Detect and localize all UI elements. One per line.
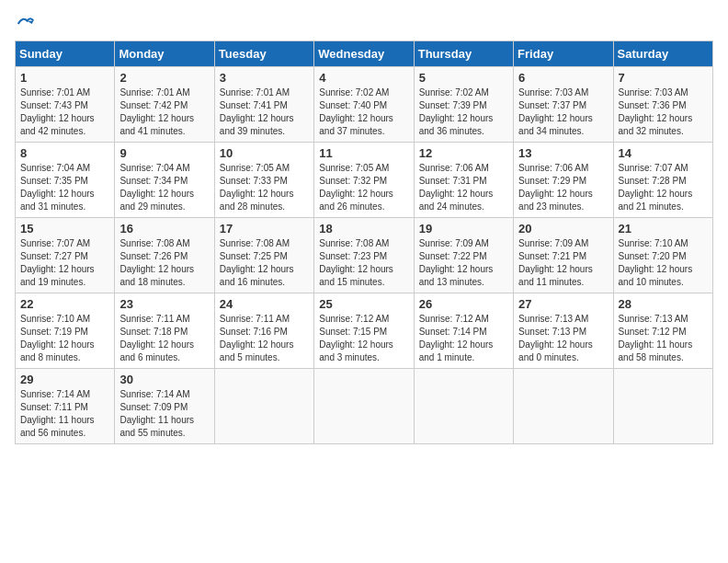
calendar-week-row: 29 Sunrise: 7:14 AM Sunset: 7:11 PM Dayl… <box>16 369 713 444</box>
sunrise-text: Sunrise: 7:02 AM <box>319 87 389 98</box>
day-info: Sunrise: 7:07 AM Sunset: 7:27 PM Dayligh… <box>20 237 109 289</box>
day-number: 2 <box>119 71 209 85</box>
day-info: Sunrise: 7:13 AM Sunset: 7:13 PM Dayligh… <box>518 313 608 364</box>
daylight-text: Daylight: 12 hours and 0 minutes. <box>518 339 593 362</box>
calendar-day-cell: 8 Sunrise: 7:04 AM Sunset: 7:35 PM Dayli… <box>16 143 115 218</box>
day-info: Sunrise: 7:12 AM Sunset: 7:15 PM Dayligh… <box>319 313 408 364</box>
day-number: 6 <box>518 71 608 85</box>
sunrise-text: Sunrise: 7:08 AM <box>119 238 189 248</box>
calendar-day-cell: 26 Sunrise: 7:12 AM Sunset: 7:14 PM Dayl… <box>414 293 513 369</box>
sunset-text: Sunset: 7:34 PM <box>119 176 188 186</box>
day-number: 16 <box>119 222 209 236</box>
calendar-week-row: 15 Sunrise: 7:07 AM Sunset: 7:27 PM Dayl… <box>16 218 713 293</box>
day-info: Sunrise: 7:06 AM Sunset: 7:29 PM Dayligh… <box>518 162 608 213</box>
day-of-week-header: Thursday <box>414 41 513 67</box>
day-number: 13 <box>518 146 608 160</box>
daylight-text: Daylight: 11 hours and 55 minutes. <box>119 415 194 438</box>
calendar-day-cell: 21 Sunrise: 7:10 AM Sunset: 7:20 PM Dayl… <box>613 218 712 293</box>
sunset-text: Sunset: 7:43 PM <box>20 100 88 110</box>
day-number: 1 <box>20 71 109 85</box>
day-info: Sunrise: 7:02 AM Sunset: 7:40 PM Dayligh… <box>319 86 408 138</box>
day-info: Sunrise: 7:14 AM Sunset: 7:11 PM Dayligh… <box>20 388 109 440</box>
sunrise-text: Sunrise: 7:13 AM <box>518 314 588 324</box>
day-info: Sunrise: 7:05 AM Sunset: 7:33 PM Dayligh… <box>220 162 309 213</box>
calendar-day-cell: 7 Sunrise: 7:03 AM Sunset: 7:36 PM Dayli… <box>613 67 712 143</box>
sunrise-text: Sunrise: 7:01 AM <box>20 87 90 98</box>
sunset-text: Sunset: 7:42 PM <box>119 100 188 110</box>
day-number: 27 <box>518 297 608 311</box>
day-info: Sunrise: 7:09 AM Sunset: 7:21 PM Dayligh… <box>518 237 608 289</box>
day-info: Sunrise: 7:03 AM Sunset: 7:37 PM Dayligh… <box>518 86 608 138</box>
sunrise-text: Sunrise: 7:01 AM <box>220 87 290 98</box>
sunset-text: Sunset: 7:22 PM <box>419 251 487 261</box>
day-number: 9 <box>119 146 209 160</box>
sunset-text: Sunset: 7:15 PM <box>319 327 387 337</box>
daylight-text: Daylight: 12 hours and 34 minutes. <box>518 113 593 136</box>
sunset-text: Sunset: 7:40 PM <box>319 100 387 110</box>
sunrise-text: Sunrise: 7:12 AM <box>419 314 489 324</box>
sunrise-text: Sunrise: 7:05 AM <box>220 163 290 173</box>
sunset-text: Sunset: 7:36 PM <box>619 100 687 110</box>
day-info: Sunrise: 7:13 AM Sunset: 7:12 PM Dayligh… <box>619 313 708 364</box>
sunrise-text: Sunrise: 7:08 AM <box>319 238 389 248</box>
day-number: 22 <box>20 297 109 311</box>
day-info: Sunrise: 7:04 AM Sunset: 7:34 PM Dayligh… <box>119 162 209 213</box>
day-number: 24 <box>220 297 309 311</box>
daylight-text: Daylight: 12 hours and 28 minutes. <box>220 189 294 212</box>
sunset-text: Sunset: 7:35 PM <box>20 176 88 186</box>
calendar-day-cell: 18 Sunrise: 7:08 AM Sunset: 7:23 PM Dayl… <box>314 218 414 293</box>
calendar-day-cell: 13 Sunrise: 7:06 AM Sunset: 7:29 PM Dayl… <box>514 143 613 218</box>
sunset-text: Sunset: 7:26 PM <box>119 251 188 261</box>
calendar-day-cell: 17 Sunrise: 7:08 AM Sunset: 7:25 PM Dayl… <box>214 218 313 293</box>
day-number: 19 <box>419 222 508 236</box>
calendar-day-cell <box>214 369 313 444</box>
daylight-text: Daylight: 12 hours and 21 minutes. <box>619 189 693 212</box>
day-of-week-header: Wednesday <box>314 41 414 67</box>
calendar-day-cell: 27 Sunrise: 7:13 AM Sunset: 7:13 PM Dayl… <box>514 293 613 369</box>
calendar-header-row: SundayMondayTuesdayWednesdayThursdayFrid… <box>16 41 713 67</box>
sunset-text: Sunset: 7:25 PM <box>220 251 288 261</box>
day-info: Sunrise: 7:08 AM Sunset: 7:23 PM Dayligh… <box>319 237 408 289</box>
day-info: Sunrise: 7:11 AM Sunset: 7:18 PM Dayligh… <box>119 313 209 364</box>
calendar-day-cell: 25 Sunrise: 7:12 AM Sunset: 7:15 PM Dayl… <box>314 293 414 369</box>
sunrise-text: Sunrise: 7:13 AM <box>619 314 688 324</box>
daylight-text: Daylight: 12 hours and 29 minutes. <box>119 189 194 212</box>
sunset-text: Sunset: 7:23 PM <box>319 251 387 261</box>
calendar-day-cell: 19 Sunrise: 7:09 AM Sunset: 7:22 PM Dayl… <box>414 218 513 293</box>
day-number: 29 <box>20 373 109 386</box>
sunrise-text: Sunrise: 7:07 AM <box>619 163 688 173</box>
day-number: 12 <box>419 146 508 160</box>
sunset-text: Sunset: 7:16 PM <box>220 327 288 337</box>
calendar-day-cell: 22 Sunrise: 7:10 AM Sunset: 7:19 PM Dayl… <box>16 293 115 369</box>
sunrise-text: Sunrise: 7:10 AM <box>619 238 688 248</box>
sunrise-text: Sunrise: 7:14 AM <box>119 389 189 399</box>
sunset-text: Sunset: 7:27 PM <box>20 251 88 261</box>
calendar-week-row: 1 Sunrise: 7:01 AM Sunset: 7:43 PM Dayli… <box>16 67 713 143</box>
calendar-day-cell: 3 Sunrise: 7:01 AM Sunset: 7:41 PM Dayli… <box>214 67 313 143</box>
sunrise-text: Sunrise: 7:05 AM <box>319 163 389 173</box>
daylight-text: Daylight: 12 hours and 31 minutes. <box>20 189 95 212</box>
day-info: Sunrise: 7:09 AM Sunset: 7:22 PM Dayligh… <box>419 237 508 289</box>
sunset-text: Sunset: 7:21 PM <box>518 251 586 261</box>
sunset-text: Sunset: 7:31 PM <box>419 176 487 186</box>
day-of-week-header: Tuesday <box>214 41 313 67</box>
sunset-text: Sunset: 7:14 PM <box>419 327 487 337</box>
sunrise-text: Sunrise: 7:14 AM <box>20 389 90 399</box>
day-info: Sunrise: 7:08 AM Sunset: 7:25 PM Dayligh… <box>220 237 309 289</box>
day-number: 26 <box>419 297 508 311</box>
calendar-day-cell <box>314 369 414 444</box>
day-number: 15 <box>20 222 109 236</box>
daylight-text: Daylight: 12 hours and 32 minutes. <box>619 113 693 136</box>
day-of-week-header: Monday <box>115 41 214 67</box>
calendar-day-cell: 24 Sunrise: 7:11 AM Sunset: 7:16 PM Dayl… <box>214 293 313 369</box>
sunset-text: Sunset: 7:32 PM <box>319 176 387 186</box>
daylight-text: Daylight: 11 hours and 58 minutes. <box>619 339 693 362</box>
sunrise-text: Sunrise: 7:07 AM <box>20 238 90 248</box>
calendar-day-cell: 6 Sunrise: 7:03 AM Sunset: 7:37 PM Dayli… <box>514 67 613 143</box>
sunset-text: Sunset: 7:39 PM <box>419 100 487 110</box>
sunset-text: Sunset: 7:20 PM <box>619 251 687 261</box>
calendar-day-cell: 16 Sunrise: 7:08 AM Sunset: 7:26 PM Dayl… <box>115 218 214 293</box>
day-number: 23 <box>119 297 209 311</box>
sunrise-text: Sunrise: 7:09 AM <box>518 238 588 248</box>
logo-icon <box>17 15 35 33</box>
